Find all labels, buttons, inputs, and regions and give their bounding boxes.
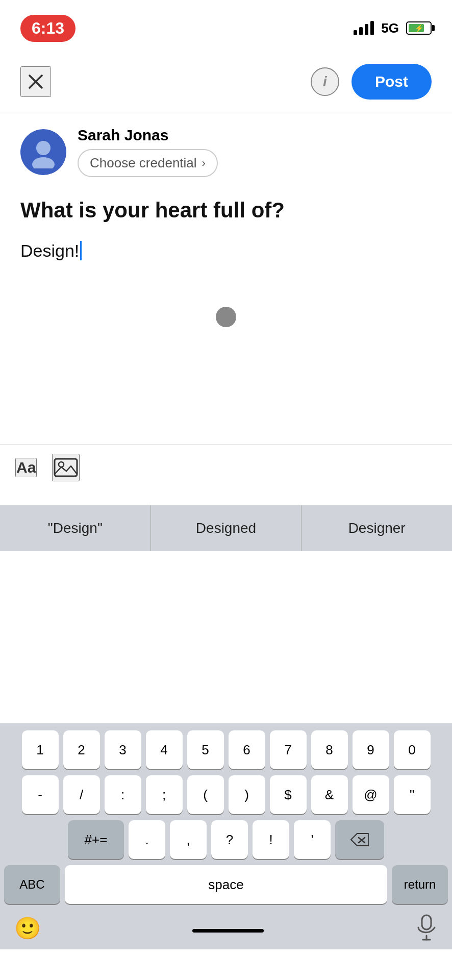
key-6[interactable]: 6 xyxy=(229,730,265,769)
font-button[interactable]: Aa xyxy=(15,458,37,477)
autocomplete-bar: "Design" Designed Designer xyxy=(0,505,452,551)
signal-icon xyxy=(354,21,374,35)
autocomplete-item-3[interactable]: Designer xyxy=(302,505,452,551)
key-0[interactable]: 0 xyxy=(394,730,431,769)
autocomplete-item-1[interactable]: "Design" xyxy=(0,505,151,551)
keyboard-row-3: #+= . , ? ! ' xyxy=(4,820,448,859)
avatar-icon xyxy=(27,136,60,168)
toolbar: Aa xyxy=(0,444,452,490)
key-at[interactable]: @ xyxy=(353,775,389,814)
svg-rect-8 xyxy=(422,915,431,929)
avatar xyxy=(20,129,66,175)
home-indicator xyxy=(192,929,264,933)
battery-icon: ⚡ xyxy=(406,21,432,35)
key-dollar[interactable]: $ xyxy=(270,775,307,814)
text-cursor xyxy=(80,241,82,260)
key-hashtag[interactable]: #+= xyxy=(68,820,124,859)
key-2[interactable]: 2 xyxy=(63,730,100,769)
keyboard-bottom-bar: 🙂 xyxy=(4,910,448,944)
post-button[interactable]: Post xyxy=(351,64,432,100)
key-lparen[interactable]: ( xyxy=(187,775,224,814)
info-icon: i xyxy=(323,74,327,90)
key-semicolon[interactable]: ; xyxy=(146,775,183,814)
keyboard-row-bottom: ABC space return xyxy=(4,865,448,904)
svg-point-5 xyxy=(59,462,64,467)
key-question[interactable]: ? xyxy=(211,820,248,859)
post-input-area[interactable]: Design! xyxy=(20,235,432,266)
emoji-button[interactable]: 🙂 xyxy=(14,916,41,941)
key-comma[interactable]: , xyxy=(170,820,207,859)
keyboard-row-numbers: 1 2 3 4 5 6 7 8 9 0 xyxy=(4,730,448,769)
key-exclaim[interactable]: ! xyxy=(253,820,289,859)
credential-button[interactable]: Choose credential › xyxy=(78,149,218,177)
post-prompt: What is your heart full of? xyxy=(20,198,432,223)
autocomplete-item-2[interactable]: Designed xyxy=(151,505,302,551)
network-label: 5G xyxy=(381,20,399,36)
key-3[interactable]: 3 xyxy=(105,730,141,769)
close-icon xyxy=(27,72,45,91)
status-right: 5G ⚡ xyxy=(354,20,432,36)
svg-point-3 xyxy=(32,157,55,168)
close-button[interactable] xyxy=(20,66,51,97)
info-button[interactable]: i xyxy=(311,67,339,96)
keyboard: 1 2 3 4 5 6 7 8 9 0 - / : ; ( ) $ & @ " … xyxy=(0,723,452,949)
key-9[interactable]: 9 xyxy=(353,730,389,769)
abc-button[interactable]: ABC xyxy=(4,865,60,904)
key-quote[interactable]: " xyxy=(394,775,431,814)
loading-dot xyxy=(216,307,236,327)
nav-bar: i Post xyxy=(0,51,452,112)
user-name: Sarah Jonas xyxy=(78,127,218,144)
post-content: What is your heart full of? Design! xyxy=(0,187,452,276)
key-period[interactable]: . xyxy=(129,820,165,859)
post-input-text: Design! xyxy=(20,241,79,261)
key-1[interactable]: 1 xyxy=(22,730,59,769)
image-icon xyxy=(53,455,79,480)
key-colon[interactable]: : xyxy=(105,775,141,814)
chevron-right-icon: › xyxy=(202,157,206,170)
backspace-button[interactable] xyxy=(335,820,384,859)
mic-icon xyxy=(415,914,438,941)
return-button[interactable]: return xyxy=(392,865,448,904)
key-apostrophe[interactable]: ' xyxy=(294,820,331,859)
user-section: Sarah Jonas Choose credential › xyxy=(0,112,452,187)
mic-button[interactable] xyxy=(415,914,438,942)
keyboard-row-symbols: - / : ; ( ) $ & @ " xyxy=(4,775,448,814)
svg-point-2 xyxy=(36,141,51,155)
svg-rect-4 xyxy=(55,459,77,476)
key-8[interactable]: 8 xyxy=(311,730,348,769)
key-rparen[interactable]: ) xyxy=(229,775,265,814)
key-dash[interactable]: - xyxy=(22,775,59,814)
key-7[interactable]: 7 xyxy=(270,730,307,769)
nav-right: i Post xyxy=(311,64,432,100)
font-icon: Aa xyxy=(16,459,36,476)
key-ampersand[interactable]: & xyxy=(311,775,348,814)
status-time: 6:13 xyxy=(20,15,76,42)
key-5[interactable]: 5 xyxy=(187,730,224,769)
credential-label: Choose credential xyxy=(90,155,197,171)
space-button[interactable]: space xyxy=(65,865,387,904)
status-bar: 6:13 5G ⚡ xyxy=(0,0,452,51)
key-slash[interactable]: / xyxy=(63,775,100,814)
key-4[interactable]: 4 xyxy=(146,730,183,769)
user-info: Sarah Jonas Choose credential › xyxy=(78,127,218,177)
backspace-icon xyxy=(350,832,369,847)
loading-area xyxy=(0,276,452,348)
image-button[interactable] xyxy=(52,454,80,481)
